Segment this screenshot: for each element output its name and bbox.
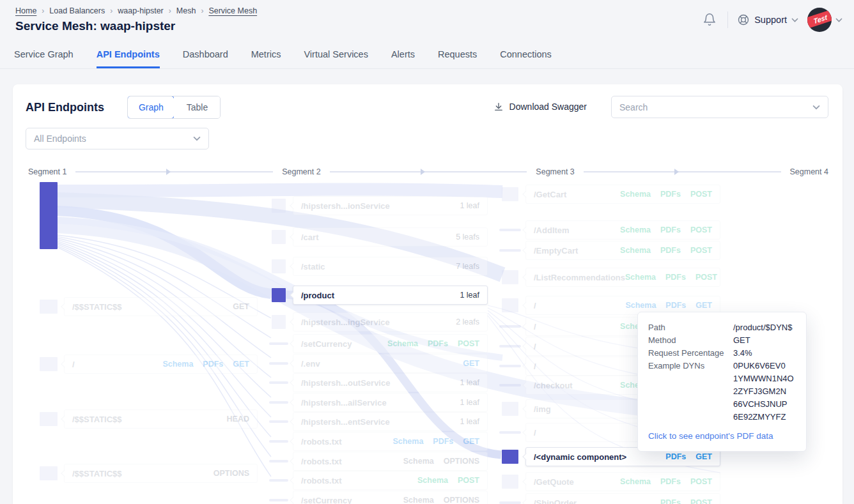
user-menu[interactable]: Test: [807, 8, 842, 32]
graph-node[interactable]: [269, 499, 288, 501]
endpoint-link-get[interactable]: GET: [463, 359, 479, 368]
tab-metrics[interactable]: Metrics: [251, 49, 281, 68]
tab-connections[interactable]: Connections: [500, 49, 552, 68]
endpoint-link-schema[interactable]: Schema: [417, 476, 448, 485]
graph-node[interactable]: [269, 440, 288, 443]
tab-alerts[interactable]: Alerts: [391, 49, 415, 68]
endpoint-link-schema[interactable]: Schema: [162, 360, 193, 369]
graph-node[interactable]: [502, 450, 518, 464]
breadcrumb-load-balancers[interactable]: Load Balancers: [49, 6, 105, 15]
endpoint-row[interactable]: /hipstersh...ionService1 leaf: [293, 196, 488, 215]
graph-node[interactable]: [502, 298, 518, 312]
endpoint-row[interactable]: /hipstersh...entService1 leaf: [293, 412, 488, 431]
endpoint-row[interactable]: /GetQuoteSchemaPDFsPOST: [525, 472, 720, 491]
endpoint-row[interactable]: /setCurrencySchemaPDFsPOST: [293, 334, 488, 353]
graph-node[interactable]: [272, 259, 286, 273]
breadcrumb-home[interactable]: Home: [15, 6, 36, 15]
graph-node[interactable]: [272, 230, 286, 244]
endpoint-link-pdfs[interactable]: PDFs: [660, 246, 681, 255]
endpoint-row[interactable]: /product1 leaf: [293, 286, 488, 305]
graph-node[interactable]: [269, 381, 288, 384]
download-swagger-button[interactable]: Download Swagger: [493, 102, 587, 112]
endpoint-filter-select[interactable]: All Endpoints: [26, 128, 209, 149]
graph-node[interactable]: [272, 315, 286, 329]
endpoint-link-pdfs[interactable]: PDFs: [665, 301, 686, 310]
graph-node[interactable]: [272, 199, 286, 213]
source-node-bar[interactable]: [40, 182, 58, 249]
endpoint-link-post[interactable]: POST: [690, 246, 712, 255]
endpoint-row[interactable]: /static7 leafs: [293, 257, 488, 276]
endpoint-link-pdfs[interactable]: PDFs: [660, 225, 681, 234]
graph-node[interactable]: [269, 460, 288, 462]
graph-node[interactable]: [499, 345, 521, 347]
endpoint-link-post[interactable]: POST: [458, 339, 479, 348]
endpoint-link-options[interactable]: OPTIONS: [444, 496, 479, 504]
endpoint-link-options[interactable]: OPTIONS: [444, 457, 479, 466]
endpoint-link-get[interactable]: GET: [233, 360, 249, 369]
graph-node[interactable]: [272, 288, 286, 302]
endpoint-row[interactable]: /$$STATIC$$GET: [64, 297, 258, 316]
endpoint-link-get[interactable]: GET: [233, 302, 249, 311]
endpoint-link-post[interactable]: POST: [690, 190, 712, 199]
graph-node[interactable]: [269, 420, 288, 423]
endpoint-row[interactable]: /ListRecommendationsSchemaPDFsPOST: [525, 268, 720, 287]
endpoint-row[interactable]: /GetCartSchemaPDFsPOST: [525, 185, 720, 204]
endpoint-link-pdfs[interactable]: PDFs: [660, 477, 681, 486]
endpoint-row[interactable]: /AddItemSchemaPDFsPOST: [525, 220, 720, 240]
graph-node[interactable]: [269, 342, 288, 345]
endpoint-row[interactable]: /robots.txtSchemaOPTIONS: [293, 452, 488, 471]
endpoint-link-pdfs[interactable]: PDFs: [428, 339, 448, 348]
search-box[interactable]: [611, 96, 828, 118]
graph-node[interactable]: [40, 412, 58, 426]
endpoint-row[interactable]: /hipstersh...ingService2 leafs: [293, 312, 488, 332]
graph-node[interactable]: [502, 270, 518, 284]
endpoint-row[interactable]: /hipstersh...ailService1 leaf: [293, 393, 488, 412]
graph-node[interactable]: [499, 501, 521, 504]
endpoint-row[interactable]: /robots.txtSchemaPDFsGET: [293, 432, 488, 451]
endpoint-link-pdfs[interactable]: PDFs: [665, 273, 686, 282]
endpoint-row[interactable]: /EmptyCartSchemaPDFsPOST: [525, 241, 720, 260]
support-menu[interactable]: Support: [737, 13, 798, 26]
endpoint-link-head[interactable]: HEAD: [227, 415, 249, 424]
endpoint-link-schema[interactable]: Schema: [620, 225, 651, 234]
tab-requests[interactable]: Requests: [438, 49, 477, 68]
endpoint-link-pdfs[interactable]: PDFs: [433, 437, 453, 446]
graph-node[interactable]: [499, 249, 521, 252]
endpoint-row[interactable]: /cart5 leafs: [293, 227, 488, 247]
endpoint-row[interactable]: /hipstersh...outService1 leaf: [293, 373, 488, 392]
tab-service-graph[interactable]: Service Graph: [14, 49, 74, 68]
endpoint-row[interactable]: /$$STATIC$$OPTIONS: [64, 464, 258, 483]
toggle-graph-button[interactable]: Graph: [127, 96, 175, 119]
endpoint-link-schema[interactable]: Schema: [387, 339, 418, 348]
graph-node[interactable]: [40, 300, 58, 314]
tab-api-endpoints[interactable]: API Endpoints: [97, 49, 160, 68]
graph-node[interactable]: [40, 466, 58, 480]
endpoint-link-get[interactable]: GET: [463, 437, 479, 446]
endpoint-link-post[interactable]: POST: [690, 477, 712, 486]
breadcrumb-mesh[interactable]: Mesh: [176, 6, 196, 15]
search-input[interactable]: [619, 102, 812, 112]
endpoint-link-schema[interactable]: Schema: [403, 457, 434, 466]
endpoint-link-pdfs[interactable]: PDFs: [665, 452, 686, 461]
endpoint-link-options[interactable]: OPTIONS: [214, 469, 249, 478]
tab-dashboard[interactable]: Dashboard: [183, 49, 228, 68]
endpoint-link-schema[interactable]: Schema: [403, 496, 434, 504]
endpoint-row[interactable]: /ShipOrderPDFsPOST: [525, 493, 720, 504]
endpoint-row[interactable]: /setCurrencySchemaOPTIONS: [293, 491, 488, 504]
graph-node[interactable]: [499, 325, 521, 328]
endpoint-link-get[interactable]: GET: [695, 301, 712, 310]
toggle-table-button[interactable]: Table: [174, 96, 220, 118]
endpoint-link-schema[interactable]: Schema: [392, 437, 423, 446]
endpoint-row[interactable]: /.envGET: [293, 354, 488, 373]
endpoint-link-post[interactable]: POST: [458, 476, 479, 485]
graph-node[interactable]: [499, 384, 521, 386]
tooltip-pdf-data-link[interactable]: Click to see endpoint's PDF data: [648, 431, 796, 441]
endpoint-link-get[interactable]: GET: [695, 452, 712, 461]
endpoint-link-pdfs[interactable]: PDFs: [203, 360, 223, 369]
graph-node[interactable]: [499, 229, 521, 231]
endpoint-link-schema[interactable]: Schema: [620, 477, 651, 486]
graph-node[interactable]: [502, 475, 518, 489]
breadcrumb-waap-hipster[interactable]: waap-hipster: [118, 6, 164, 15]
tab-virtual-services[interactable]: Virtual Services: [304, 49, 368, 68]
graph-node[interactable]: [499, 431, 521, 434]
